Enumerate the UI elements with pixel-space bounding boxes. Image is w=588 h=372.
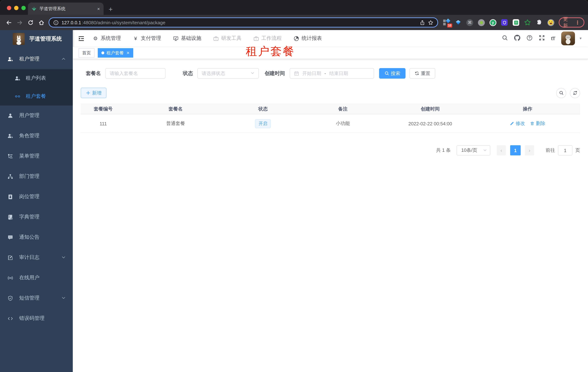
logo-row[interactable]: 芋道管理系统 xyxy=(0,31,73,47)
address-bar[interactable]: 127.0.0.1:48080/admin-ui/system/tenant/p… xyxy=(49,17,438,28)
cell-created-time: 2022-02-22 00:54:00 xyxy=(385,121,475,126)
extension-command-icon[interactable]: ⌘ xyxy=(466,19,473,26)
browser-titlebar: 芋道管理系统 × + xyxy=(0,0,588,15)
tag-close-icon[interactable]: ✕ xyxy=(126,51,130,55)
overlay-annotation-title: 租户套餐 xyxy=(246,45,295,58)
date-range-picker[interactable]: 开始日期 - 结束日期 xyxy=(290,68,374,79)
extension-dot-icon[interactable] xyxy=(478,19,485,26)
cell-package-id: 111 xyxy=(81,121,126,126)
dictionary-book-icon xyxy=(8,214,13,220)
bookmark-star-icon[interactable] xyxy=(428,20,434,25)
chevron-down-icon xyxy=(251,71,254,76)
favicon-plant-icon xyxy=(32,6,37,11)
extension-shield-icon[interactable] xyxy=(501,19,508,26)
browser-update-button[interactable]: 更新 ⋮ xyxy=(559,17,584,28)
table-header: 套餐编号 套餐名 状态 备注 创建时间 操作 xyxy=(81,104,580,115)
tab-close-icon[interactable]: × xyxy=(97,6,100,11)
new-tab-button[interactable]: + xyxy=(109,6,113,13)
table-row: 111 普通套餐 开启 小功能 2022-02-22 00:54:00 修改 删… xyxy=(81,115,580,133)
edit-link[interactable]: 修改 xyxy=(510,120,525,127)
github-icon[interactable] xyxy=(514,35,520,42)
filter-status-label: 状态 xyxy=(183,70,193,77)
browser-menu-icon[interactable]: ⋮ xyxy=(575,20,580,25)
nav-item-report[interactable]: 统计报表 xyxy=(294,35,322,42)
sidebar-item-tenant-management[interactable]: 租户管理 xyxy=(0,49,73,69)
reload-button[interactable] xyxy=(25,19,36,26)
sidebar-item-role-management[interactable]: 角色管理 xyxy=(0,126,73,146)
extension-star-icon[interactable] xyxy=(524,19,531,26)
data-table: 套餐编号 套餐名 状态 备注 创建时间 操作 111 普通套餐 开启 小功能 2… xyxy=(81,104,580,133)
site-info-icon[interactable] xyxy=(53,20,59,25)
minimize-window-button[interactable] xyxy=(14,6,19,10)
cell-package-name: 普通套餐 xyxy=(126,120,226,127)
sidebar-item-dept-management[interactable]: 部门管理 xyxy=(0,166,73,187)
extension-emoji-icon[interactable] xyxy=(547,19,555,26)
nav-item-pay[interactable]: ¥ 支付管理 xyxy=(133,35,161,42)
active-tag-dot xyxy=(101,52,104,54)
sidebar-item-dict-management[interactable]: 字典管理 xyxy=(0,207,73,227)
sidebar-item-tenant-package[interactable]: 租户套餐 xyxy=(0,87,73,106)
app-header: ⚙ 系统管理 ¥ 支付管理 基础设施 研发工具 xyxy=(73,30,588,47)
toggle-search-button[interactable] xyxy=(556,88,566,98)
sidebar-item-post-management[interactable]: 岗位管理 xyxy=(0,187,73,207)
fullscreen-icon[interactable] xyxy=(539,35,545,42)
caret-down-icon[interactable]: ▼ xyxy=(579,37,582,40)
page-size-select[interactable]: 10条/页 xyxy=(457,145,490,155)
extension-puzzle-icon[interactable] xyxy=(536,19,543,26)
pagination: 共 1 条 10条/页 ‹ 1 › 前往 页 xyxy=(81,145,580,155)
nav-item-system[interactable]: ⚙ 系统管理 xyxy=(93,35,121,42)
extension-bar: 10 ⌘ y xyxy=(443,19,555,26)
forward-button[interactable] xyxy=(14,19,25,26)
back-button[interactable] xyxy=(4,19,14,26)
package-name-input[interactable] xyxy=(105,68,166,79)
tag-tenant-package[interactable]: 租户套餐 ✕ xyxy=(98,48,133,58)
sidebar-item-tenant-list[interactable]: 租户列表 xyxy=(0,69,73,87)
close-window-button[interactable] xyxy=(7,6,11,10)
nav-item-infra[interactable]: 基础设施 xyxy=(173,35,201,42)
add-button[interactable]: 新增 xyxy=(81,88,106,98)
nav-item-workflow[interactable]: 工作流程 xyxy=(253,35,282,42)
status-badge: 开启 xyxy=(255,119,271,128)
sidebar-item-notice[interactable]: 通知公告 xyxy=(0,227,73,247)
extension-grid-icon[interactable]: 10 xyxy=(443,19,450,26)
extension-gem-icon[interactable] xyxy=(455,19,462,26)
share-icon[interactable] xyxy=(420,20,425,25)
extension-chat-icon[interactable] xyxy=(513,19,520,26)
zoom-window-button[interactable] xyxy=(21,6,26,10)
date-end-placeholder: 结束日期 xyxy=(329,70,348,77)
message-icon xyxy=(8,234,13,240)
collapse-sidebar-icon[interactable] xyxy=(78,35,85,42)
date-start-placeholder: 开始日期 xyxy=(302,70,321,77)
total-count: 共 1 条 xyxy=(436,147,451,154)
sidebar-item-menu-management[interactable]: 菜单管理 xyxy=(0,146,73,166)
sidebar-item-user-management[interactable]: 用户管理 xyxy=(0,106,73,126)
browser-toolbar: 127.0.0.1:48080/admin-ui/system/tenant/p… xyxy=(0,15,588,30)
goto-page-input[interactable] xyxy=(558,145,572,155)
table-toolbar: 新增 xyxy=(81,88,580,98)
search-button[interactable]: 搜索 xyxy=(379,68,406,79)
prev-page-button[interactable]: ‹ xyxy=(497,145,506,155)
tag-home[interactable]: 首页 xyxy=(79,48,94,58)
next-page-button[interactable]: › xyxy=(525,145,534,155)
nav-item-devtools[interactable]: 研发工具 xyxy=(213,35,242,42)
status-select[interactable]: 请选择状态 xyxy=(197,68,259,79)
avatar[interactable] xyxy=(561,32,575,45)
sidebar-item-online-users[interactable]: 在线用户 xyxy=(0,268,73,288)
refresh-button[interactable] xyxy=(570,88,580,98)
browser-tab[interactable]: 芋道管理系统 × xyxy=(28,2,104,15)
sidebar-item-error-code[interactable]: 错误码管理 xyxy=(0,308,73,329)
home-button[interactable] xyxy=(36,19,47,26)
delete-link[interactable]: 删除 xyxy=(530,120,545,127)
extension-y-icon[interactable]: y xyxy=(489,19,497,26)
main-area: ⚙ 系统管理 ¥ 支付管理 基础设施 研发工具 xyxy=(73,30,588,372)
font-size-icon[interactable]: tT xyxy=(551,35,555,41)
sidebar-item-sms-management[interactable]: 短信管理 xyxy=(0,288,73,308)
search-icon[interactable] xyxy=(502,35,508,42)
menu-tree-icon xyxy=(8,153,13,159)
filter-date-label: 创建时间 xyxy=(265,70,285,77)
help-icon[interactable] xyxy=(526,35,533,42)
page-number-button[interactable]: 1 xyxy=(510,145,521,155)
sidebar-item-audit-log[interactable]: 审计日志 xyxy=(0,247,73,268)
screen: 芋道管理系统 × + 127.0.0.1:48080/admin-ui/syst… xyxy=(0,0,588,372)
reset-button[interactable]: 重置 xyxy=(410,68,435,79)
